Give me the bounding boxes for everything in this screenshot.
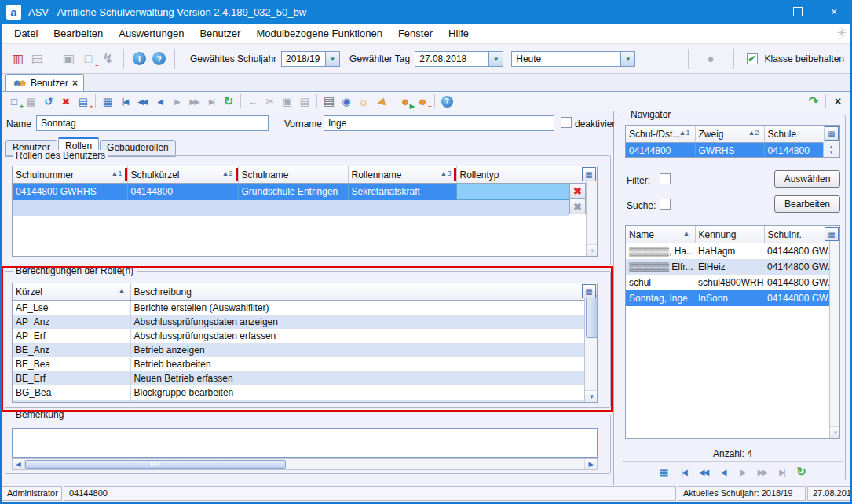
window-remove-icon[interactable]: □− <box>79 49 98 68</box>
table-row[interactable]: BE_BeaBetrieb bearbeiten <box>13 357 584 371</box>
table-row[interactable]: AP_ErfAbschlussprüfungsdaten erfassen <box>13 329 584 343</box>
preview-eye-icon[interactable]: ◉ <box>338 93 355 109</box>
subtab-gebaeuderollen[interactable]: Gebäuderollen <box>100 140 176 157</box>
minimize-button[interactable]: – <box>744 0 780 24</box>
next-record-button[interactable]: ▶ <box>734 464 751 480</box>
column-picker-icon[interactable]: ▦ <box>582 167 596 181</box>
bearbeiten-button[interactable]: Bearbeiten <box>774 195 840 213</box>
column-header[interactable]: Schulkürzel▲2 <box>127 166 238 184</box>
refresh-icon[interactable]: ↻ <box>793 464 810 480</box>
data-table-icon[interactable]: ▦ <box>99 93 116 109</box>
address-book-icon[interactable]: ▥ <box>8 49 27 68</box>
column-header[interactable]: Schule <box>764 126 824 143</box>
stamp-icon[interactable]: ▣ <box>59 49 79 68</box>
delete-record-icon[interactable]: ✖ <box>57 93 75 109</box>
column-header[interactable]: Kennung <box>695 226 764 243</box>
print-icon[interactable]: ▤ <box>320 93 338 109</box>
deaktiviert-checkbox[interactable] <box>561 117 572 128</box>
menu-item-bearbeiten[interactable]: Bearbeiten <box>46 24 111 42</box>
auswaehlen-button[interactable]: Auswählen <box>774 170 840 188</box>
column-header[interactable]: Zweig▲2 <box>695 126 764 143</box>
table-row[interactable]: BG_BeaBlockgruppe bearbeiten <box>13 385 584 400</box>
first-record-button[interactable]: |◀ <box>116 93 133 109</box>
scrollbar-thumb[interactable] <box>586 295 598 338</box>
last-record-button[interactable]: ▶| <box>203 93 220 109</box>
column-header[interactable]: Schul-/Dst....▲1 <box>626 126 695 143</box>
save-icon[interactable]: ▦ <box>23 93 40 109</box>
menu-item-auswertungen[interactable]: Auswertungen <box>111 24 192 42</box>
column-header[interactable]: Schulname <box>238 166 348 184</box>
table-row[interactable]: AP_AnzAbschlussprüfungsdaten anzeigen <box>13 315 584 329</box>
chevron-down-icon[interactable]: ▾ <box>488 52 503 66</box>
vorname-input[interactable]: Inge <box>324 115 554 131</box>
next-record-button[interactable]: ▶ <box>168 93 185 109</box>
day-mode-combobox[interactable]: Heute ▾ <box>511 51 635 67</box>
close-module-icon[interactable]: × <box>829 93 847 109</box>
help-icon[interactable]: ? <box>149 49 169 68</box>
filter-checkbox[interactable] <box>660 173 671 184</box>
scroll-down-icon[interactable]: ▼ <box>585 390 598 402</box>
horn-icon[interactable]: ◀ <box>372 93 389 109</box>
menu-item-fenster[interactable]: Fenster <box>390 24 441 42</box>
refresh-icon[interactable]: ↻ <box>220 93 237 109</box>
lightbulb-icon[interactable]: ☼ <box>355 93 372 109</box>
fast-forward-button[interactable]: ▶▶ <box>185 93 203 109</box>
bemerkung-textarea[interactable] <box>12 428 598 458</box>
undo-icon[interactable]: ↺ <box>40 93 57 109</box>
column-picker-icon[interactable]: ▦ <box>825 126 839 141</box>
table-row[interactable]: BE_AnzBetrieb anzeigen <box>13 343 584 357</box>
data-table-icon[interactable]: ▦ <box>656 464 673 480</box>
table-row[interactable]: ▒▒▒▒▒▒ Elfr...ElHeiz04144800 GW... <box>626 259 829 275</box>
first-record-button[interactable]: |◀ <box>675 464 693 480</box>
column-header[interactable]: Name▲ <box>626 226 695 243</box>
edit-record-icon[interactable]: ▤▪ <box>75 93 92 109</box>
close-button[interactable]: × <box>816 0 852 24</box>
menu-item-hilfe[interactable]: Hilfe <box>441 24 477 42</box>
assign-user-icon[interactable]: ☻▶ <box>397 93 414 109</box>
tab-close-icon[interactable]: × <box>72 78 78 89</box>
column-header[interactable]: Beschreibung <box>130 283 584 301</box>
table-row[interactable] <box>13 200 569 217</box>
name-input[interactable]: Sonntag <box>36 115 269 131</box>
users-scrollbar[interactable]: ▲ ▼ <box>829 226 840 438</box>
fast-back-button[interactable]: ◀◀ <box>695 464 712 480</box>
maximize-button[interactable] <box>780 0 816 24</box>
scrollbar-thumb[interactable] <box>25 460 286 469</box>
info-icon[interactable]: i <box>130 49 149 68</box>
spinner-down-icon[interactable]: ▼ <box>829 150 834 155</box>
paste-icon[interactable]: ▤ <box>296 93 313 109</box>
new-record-icon[interactable]: □+ <box>5 93 23 109</box>
switch-view-icon[interactable]: ↷ <box>805 93 822 109</box>
remove-user-icon[interactable]: ☻− <box>414 93 431 109</box>
menu-item-modulbezogene-funktionen[interactable]: Modulbezogene Funktionen <box>248 24 389 42</box>
column-header[interactable]: Kürzel▲ <box>13 283 130 301</box>
table-row[interactable]: 04144800GWRHS04144800 <box>626 143 824 159</box>
table-row[interactable]: ▒▒▒▒▒▒, Ha...HaHagm04144800 GW... <box>626 243 829 260</box>
fast-forward-button[interactable]: ▶▶ <box>754 464 771 480</box>
help-circle-icon[interactable]: ? <box>438 93 455 109</box>
chevron-down-icon[interactable]: ▾ <box>325 52 339 66</box>
lock-icon[interactable]: ● <box>701 49 721 68</box>
school-year-combobox[interactable]: 2018/19 ▾ <box>281 51 340 67</box>
copy-icon[interactable]: ▣ <box>279 93 296 109</box>
column-picker-icon[interactable]: ▦ <box>825 227 839 241</box>
bemerkung-hscrollbar[interactable]: ◀ ▶ <box>12 458 598 470</box>
table-row[interactable]: BE_ErfNeuen Betrieb erfassen <box>13 371 584 385</box>
scroll-down-icon[interactable]: ▼ <box>587 244 598 256</box>
cut-icon[interactable]: ✂ <box>261 93 279 109</box>
previous-record-button[interactable]: ◀ <box>151 93 168 109</box>
table-row[interactable]: BG_ErfBlockgruppe erfassen <box>13 400 584 403</box>
keep-class-checkbox[interactable]: ✔ <box>747 53 758 64</box>
scroll-right-icon[interactable]: ▶ <box>584 459 597 469</box>
column-header[interactable]: Rollentyp <box>456 166 569 184</box>
back-arrow-icon[interactable]: ← <box>244 93 261 109</box>
table-row[interactable]: AF_LseBerichte erstellen (Auswahlfilter) <box>13 301 584 316</box>
row-spinner[interactable]: ▲▼ <box>823 142 839 157</box>
permissions-scrollbar[interactable]: ▲ ▼ <box>584 283 598 402</box>
column-header[interactable]: Schulnummer▲1 <box>13 166 127 184</box>
menu-item-datei[interactable]: Datei <box>6 24 46 42</box>
table-row[interactable]: Sonntag, IngeInSonn04144800 GW... <box>626 290 829 306</box>
table-row[interactable]: 04144800 GWRHS04144800Grundschule Entrin… <box>13 184 569 200</box>
previous-record-button[interactable]: ◀ <box>715 464 732 480</box>
spinner-up-icon[interactable]: ▲ <box>829 144 834 150</box>
